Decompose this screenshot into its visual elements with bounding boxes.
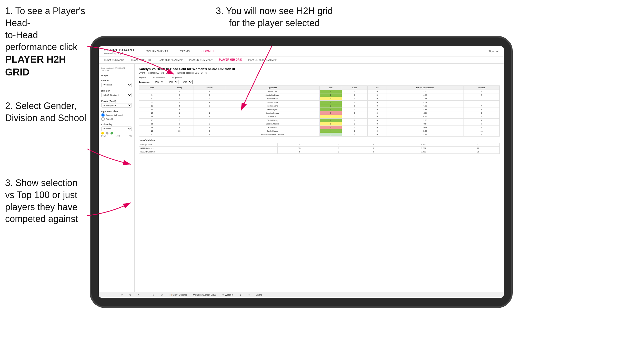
toolbar-back[interactable]: ← (111, 293, 116, 297)
nav-tournaments[interactable]: TOURNAMENTS (144, 49, 170, 54)
table-row: 20 11 7 Federica Domecq Lacroze 2 1 0 1.… (139, 133, 500, 137)
opponent-filter[interactable]: (All) (181, 80, 193, 84)
instruction-left-mid: 2. Select Gender, Division and School (5, 100, 87, 124)
toolbar-view-original[interactable]: 📋 View: Original (168, 293, 188, 297)
toolbar-clock[interactable]: ⏱ (159, 293, 165, 297)
subnav-team-h2h-heatmap[interactable]: TEAM H2H HEATMAP (157, 58, 183, 62)
table-row: 9 1 4 Sharon Mun 1 0 0 3.67 3 (139, 101, 500, 104)
logo-sub: Powered by clippd (104, 52, 134, 55)
toolbar-dot[interactable]: · (144, 293, 148, 297)
col-loss: Loss (342, 86, 368, 90)
toolbar-share3[interactable]: ↤ (246, 293, 251, 297)
nav-sign-out[interactable]: Sign out (488, 50, 499, 53)
table-row: 14 7 4 Eunice Yi 2 2 0 0.38 9 (139, 115, 500, 119)
table-row: 13 1 1 Jessica Huang 0 0 0 -3.00 2 (139, 111, 500, 115)
sidebar-opponent-view-section: Opponent view Opponents Played Top 100 (101, 110, 132, 121)
sidebar-timestamp: Last Updated: 27/03/2024 16:55:38 (101, 67, 132, 72)
logo-title: SCOREBOARD (104, 48, 134, 52)
table-row: 15 8 5 Stella Cheng 1 0 0 1.25 4 (139, 119, 500, 122)
subnav-player-summary[interactable]: PLAYER SUMMARY (189, 58, 213, 62)
out-of-division-title: Out of division (139, 139, 500, 142)
colour-dots (101, 132, 132, 134)
region-filter[interactable]: (All) (153, 80, 164, 84)
division-label: Division (101, 90, 132, 92)
nav-committee[interactable]: COMMITTEE (199, 49, 220, 54)
col-conf: # Conf (194, 86, 225, 90)
opponent-view-label: Opponent view (101, 110, 132, 113)
toolbar-watch[interactable]: 👁 Watch ▾ (220, 293, 235, 297)
subnav: TEAM SUMMARY TEAM H2H GRID TEAM H2H HEAT… (99, 56, 504, 64)
ood-table-row: NAIA Division 1 15 0 0 9.267 30 (139, 147, 500, 150)
table-row: 19 10 6 Emily Chang 4 1 0 0.30 11 (139, 129, 500, 133)
radio-top100[interactable]: Top 100 (101, 117, 132, 121)
subnav-player-h2h-heatmap[interactable]: PLAYER H2H HEATMAP (248, 58, 277, 62)
grid-title: Katelyn Vo Head-to-Head Grid for Women's… (139, 67, 500, 71)
dot-up (110, 132, 113, 134)
tablet-screen: SCOREBOARD Powered by clippd TOURNAMENTS… (99, 46, 504, 298)
table-row: 16 1 3 Jessica Mason 1 2 0 -0.94 7 (139, 122, 500, 126)
ood-table: Foreign Team 1 0 0 4.500 2 NAIA Division… (139, 143, 500, 154)
col-tie: Tie (368, 86, 387, 90)
division-select[interactable]: NCAA Division III (101, 93, 132, 97)
table-row: 6 3 3 Sydney Kuo 0 1 0 -1.00 (139, 97, 500, 101)
table-row: 5 2 2 Alexis Sudjianto 1 0 0 4.00 3 (139, 93, 500, 97)
region-label: Region (139, 76, 146, 79)
table-row: 11 2 5 Heejo Hyun 1 0 0 3.33 3 (139, 108, 500, 111)
colour-by-select[interactable]: Win/loss (101, 127, 132, 131)
navbar: SCOREBOARD Powered by clippd TOURNAMENTS… (99, 46, 504, 56)
colour-labels: Down Level Up (101, 135, 132, 137)
toolbar-share4[interactable]: Share (254, 293, 264, 297)
col-opponent: Opponent (225, 86, 319, 90)
toolbar-settings[interactable]: ⚙ (128, 293, 133, 297)
player-rank-label: Player (Rank) (101, 100, 132, 102)
col-rounds: Rounds (464, 86, 499, 90)
dot-level (106, 132, 108, 134)
col-win: Win (320, 86, 342, 90)
opponents-filter-label: Opponents: (139, 81, 150, 83)
sidebar-player-rank-section: Player (Rank) 8. Katelyn Vo (101, 100, 132, 108)
col-diff: Diff Av Strokes/Rnd (387, 86, 464, 90)
gender-select[interactable]: Women's (101, 83, 132, 87)
bottom-toolbar: ↩ ← ↩ ⚙ ↰ · ↺ ⏱ 📋 View: Original 💾 Save … (99, 292, 504, 298)
subnav-team-h2h-grid[interactable]: TEAM H2H GRID (131, 58, 151, 62)
sidebar-gender-section: Gender Women's (101, 79, 132, 87)
table-row: 3 1 1 Esther Lee 1 0 0 1.50 4 (139, 90, 500, 93)
gender-label: Gender (101, 79, 132, 82)
sidebar-division-section: Division NCAA Division III (101, 90, 132, 97)
opponent-label: Opponent (172, 76, 182, 79)
sidebar-colour-section: Colour by Win/loss Down Level Up (101, 123, 132, 137)
instruction-top-right: 3. You will now see H2H grid for the pla… (210, 5, 338, 29)
subnav-team-summary[interactable]: TEAM SUMMARY (104, 58, 125, 62)
grid-area: Katelyn Vo Head-to-Head Grid for Women's… (135, 64, 504, 292)
conference-filter[interactable]: (All) (167, 80, 178, 84)
table-row: 10 6 3 Andrea York 2 0 0 4.00 4 (139, 104, 500, 108)
player-label: Player (101, 74, 132, 77)
instruction-left-bot: 3. Show selection vs Top 100 or just pla… (5, 177, 87, 225)
dot-down (101, 132, 104, 134)
ood-table-row: NCAA Division 2 5 0 0 7.400 10 (139, 150, 500, 154)
col-div: # Div (139, 86, 165, 90)
grid-records: Overall Record: 353 - 34 - 6 Division Re… (139, 72, 500, 74)
toolbar-save-custom[interactable]: 💾 Save Custom View (191, 293, 217, 297)
toolbar-download[interactable]: ↧ (238, 293, 243, 297)
col-reg: # Reg (165, 86, 194, 90)
nav-teams[interactable]: TEAMS (178, 49, 192, 54)
logo: SCOREBOARD Powered by clippd (104, 48, 134, 55)
colour-by-label: Colour by (101, 123, 132, 126)
sidebar: Last Updated: 27/03/2024 16:55:38 Player… (99, 64, 135, 292)
table-row: 18 2 2 Euna Lee 0 0 0 -5.00 2 (139, 126, 500, 129)
tablet: SCOREBOARD Powered by clippd TOURNAMENTS… (90, 36, 513, 308)
sidebar-player-section: Player (101, 74, 132, 77)
subnav-player-h2h-grid[interactable]: PLAYER H2H GRID (219, 57, 242, 62)
toolbar-refresh[interactable]: ↺ (151, 293, 156, 297)
toolbar-redo[interactable]: ↩ (119, 293, 125, 297)
h2h-table: # Div # Reg # Conf Opponent Win Loss Tie… (139, 85, 500, 137)
instruction-top-left: 1. To see a Player's Head- to-Head perfo… (5, 5, 92, 79)
toolbar-undo[interactable]: ↩ (103, 293, 108, 297)
main-content: Last Updated: 27/03/2024 16:55:38 Player… (99, 64, 504, 292)
toolbar-share2[interactable]: ↰ (136, 293, 141, 297)
radio-opponents-played[interactable]: Opponents Played (101, 113, 132, 117)
player-rank-select[interactable]: 8. Katelyn Vo (101, 103, 132, 108)
conference-label: Conference (153, 76, 165, 79)
ood-table-row: Foreign Team 1 0 0 4.500 2 (139, 143, 500, 147)
